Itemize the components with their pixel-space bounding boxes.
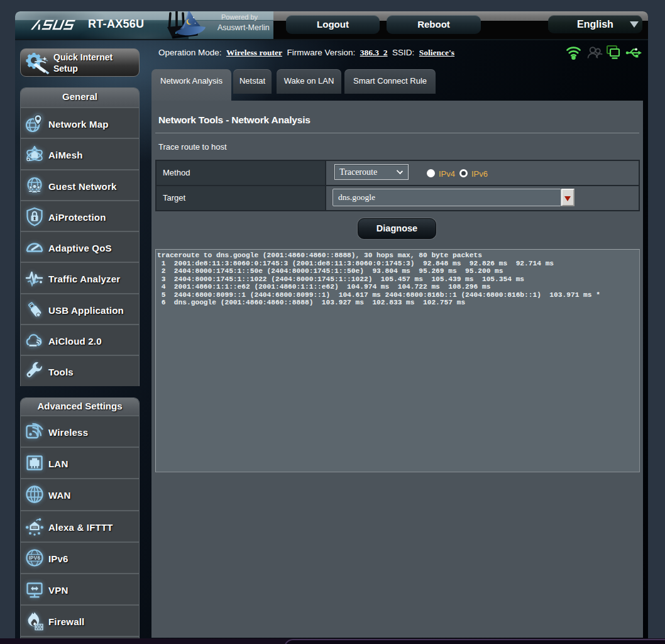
svg-text:IPV6: IPV6 xyxy=(29,555,41,561)
